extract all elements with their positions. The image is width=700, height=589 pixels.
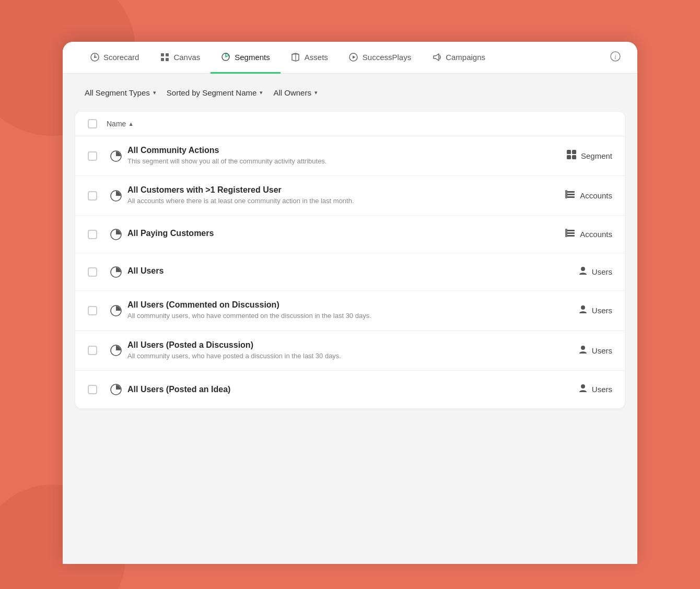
filters-bar: All Segment Types ▾ Sorted by Segment Na… — [63, 74, 637, 112]
segment-icon-5 — [107, 345, 125, 356]
svg-rect-13 — [572, 150, 576, 154]
segment-icon-6 — [107, 384, 125, 395]
row-checkbox-2[interactable] — [88, 230, 97, 239]
main-card: Scorecard Canvas Segments — [63, 42, 637, 564]
table-row[interactable]: All Paying Customers Accounts — [75, 216, 625, 253]
svg-rect-4 — [161, 58, 164, 61]
svg-rect-24 — [566, 235, 575, 237]
table-row[interactable]: All Users Users — [75, 253, 625, 291]
table-header: Name ▲ — [75, 112, 625, 136]
svg-rect-12 — [567, 150, 571, 154]
tab-canvas[interactable]: Canvas — [149, 42, 211, 74]
scorecard-icon — [90, 52, 99, 62]
segment-icon-4 — [107, 305, 125, 316]
row-checkbox-1[interactable] — [88, 191, 97, 201]
segment-icon-2 — [107, 229, 125, 240]
svg-rect-14 — [567, 155, 571, 159]
tab-segments[interactable]: Segments — [211, 42, 281, 74]
row-type-label-5: Users — [592, 346, 612, 355]
segments-table: Name ▲ All Community Actions This segmen… — [75, 112, 625, 408]
type-icon-4 — [578, 304, 588, 316]
name-column-header[interactable]: Name ▲ — [107, 120, 612, 128]
row-checkbox-col — [88, 306, 107, 315]
campaigns-icon — [432, 52, 441, 62]
row-content-5: All Users (Posted a Discussion) All comm… — [127, 340, 529, 361]
table-row[interactable]: All Users (Posted an Idea) Users — [75, 371, 625, 408]
segments-icon — [221, 52, 230, 62]
svg-point-29 — [581, 305, 585, 310]
segment-types-dropdown[interactable]: All Segment Types ▾ — [84, 86, 157, 99]
tab-campaigns-label: Campaigns — [446, 53, 485, 62]
sort-arrow-icon: ▲ — [128, 121, 134, 127]
tab-successplays[interactable]: SuccessPlays — [339, 42, 422, 74]
svg-rect-15 — [572, 155, 576, 159]
row-type-label-6: Users — [592, 385, 612, 394]
tab-assets[interactable]: Assets — [281, 42, 339, 74]
svg-rect-23 — [566, 232, 575, 234]
sort-label: Sorted by Segment Name — [167, 88, 257, 97]
svg-rect-2 — [161, 53, 164, 56]
tab-scorecard[interactable]: Scorecard — [79, 42, 149, 74]
row-desc-5: All community users, who have posted a d… — [127, 351, 462, 361]
table-row[interactable]: All Customers with >1 Registered User Al… — [75, 176, 625, 216]
row-type-6: Users — [529, 383, 612, 395]
owners-dropdown[interactable]: All Owners ▾ — [272, 86, 319, 99]
owners-label: All Owners — [273, 88, 311, 97]
row-title-2: All Paying Customers — [127, 229, 529, 238]
row-type-5: Users — [529, 345, 612, 357]
type-icon-5 — [578, 345, 588, 357]
row-checkbox-0[interactable] — [88, 151, 97, 161]
row-checkbox-col — [88, 230, 107, 239]
row-checkbox-4[interactable] — [88, 306, 97, 315]
owners-chevron: ▾ — [314, 89, 318, 96]
row-checkbox-5[interactable] — [88, 346, 97, 355]
row-type-4: Users — [529, 304, 612, 316]
row-type-label-3: Users — [592, 267, 612, 276]
svg-rect-22 — [566, 230, 575, 231]
table-row[interactable]: All Community Actions This segment will … — [75, 136, 625, 176]
svg-point-31 — [581, 346, 585, 350]
svg-rect-25 — [565, 229, 567, 237]
tab-canvas-label: Canvas — [173, 53, 200, 62]
sort-dropdown[interactable]: Sorted by Segment Name ▾ — [166, 86, 264, 99]
info-icon[interactable]: i — [610, 51, 621, 64]
type-icon-2 — [565, 228, 576, 241]
svg-text:i: i — [614, 53, 616, 61]
row-checkbox-col — [88, 267, 107, 277]
sort-chevron: ▾ — [260, 89, 263, 96]
row-type-label-2: Accounts — [580, 230, 612, 239]
select-all-checkbox[interactable] — [88, 119, 97, 128]
assets-icon — [291, 52, 300, 62]
row-content-6: All Users (Posted an Idea) — [127, 385, 529, 394]
segment-types-chevron: ▾ — [153, 89, 156, 96]
row-checkbox-3[interactable] — [88, 267, 97, 277]
svg-point-1 — [94, 56, 96, 58]
tab-campaigns[interactable]: Campaigns — [422, 42, 496, 74]
nav-tabs: Scorecard Canvas Segments — [63, 42, 637, 74]
tab-segments-label: Segments — [235, 53, 270, 62]
table-row[interactable]: All Users (Commented on Discussion) All … — [75, 291, 625, 331]
segment-icon-3 — [107, 266, 125, 278]
row-type-2: Accounts — [529, 228, 612, 241]
svg-rect-20 — [565, 190, 567, 198]
row-type-1: Accounts — [529, 189, 612, 202]
segment-icon-0 — [107, 150, 125, 162]
svg-rect-3 — [166, 53, 169, 56]
row-title-5: All Users (Posted a Discussion) — [127, 340, 529, 350]
svg-rect-18 — [566, 194, 575, 195]
row-type-label-4: Users — [592, 306, 612, 315]
svg-point-27 — [581, 267, 585, 271]
row-type-3: Users — [529, 266, 612, 278]
table-row[interactable]: All Users (Posted a Discussion) All comm… — [75, 331, 625, 371]
segment-types-label: All Segment Types — [85, 88, 150, 97]
row-checkbox-col — [88, 191, 107, 201]
row-desc-0: This segment will show you all of the co… — [127, 157, 462, 166]
row-content-0: All Community Actions This segment will … — [127, 146, 529, 166]
row-checkbox-6[interactable] — [88, 385, 97, 394]
row-checkbox-col — [88, 151, 107, 161]
row-content-4: All Users (Commented on Discussion) All … — [127, 300, 529, 321]
row-type-label-0: Segment — [581, 151, 612, 160]
canvas-icon — [160, 52, 169, 62]
svg-rect-19 — [566, 196, 575, 198]
segment-icon-1 — [107, 190, 125, 202]
